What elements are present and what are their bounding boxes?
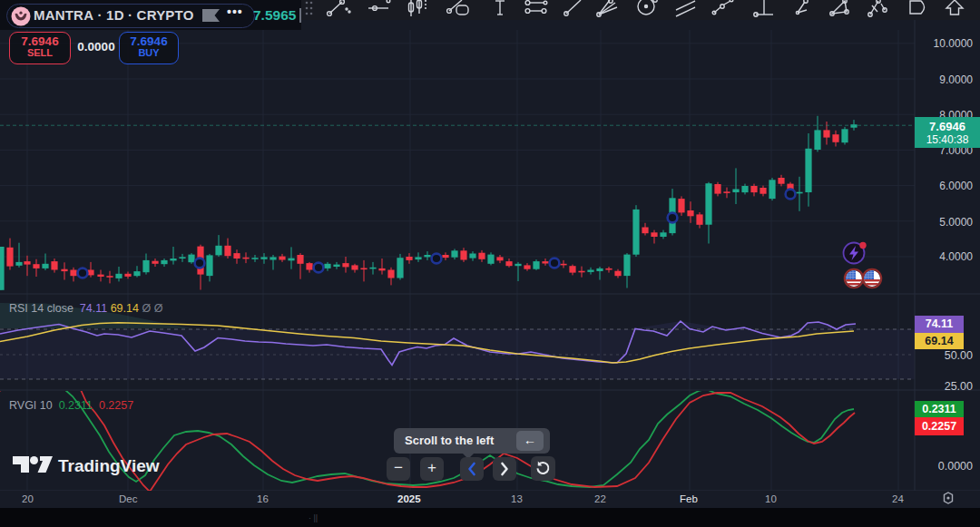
- svg-text:TradingView: TradingView: [58, 456, 160, 475]
